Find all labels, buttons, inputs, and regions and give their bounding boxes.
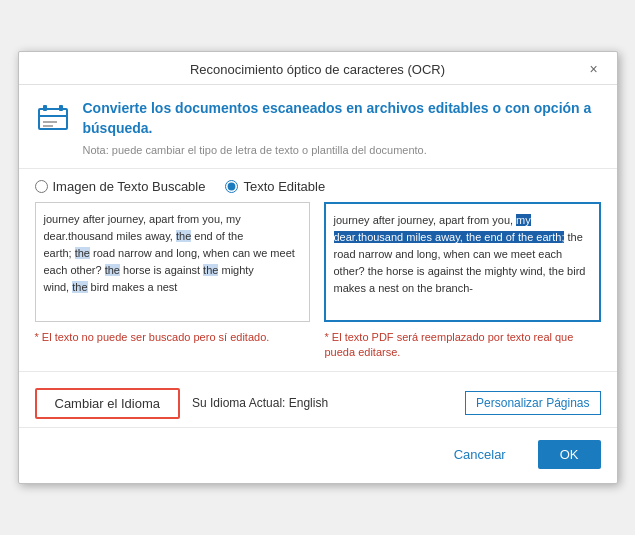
dialog-title: Reconocimiento óptico de caracteres (OCR… [51,62,585,77]
header-section: Convierte los documentos escaneados en a… [19,85,617,169]
change-language-button[interactable]: Cambiar el Idioma [35,388,181,419]
option-editable-label: Texto Editable [243,179,325,194]
header-subtitle: Nota: puede cambiar el tipo de letra de … [83,143,601,158]
preview-left-text: journey after journey, apart from you, m… [44,211,301,296]
highlight-the-2: the [75,247,90,259]
cancel-button[interactable]: Cancelar [432,440,528,469]
svg-rect-5 [43,125,53,127]
current-lang-value: English [289,396,328,410]
ocr-dialog: Reconocimiento óptico de caracteres (OCR… [18,51,618,483]
preview-left: journey after journey, apart from you, m… [35,202,310,322]
option-searchable-image[interactable]: Imagen de Texto Buscable [35,179,206,194]
svg-rect-3 [59,105,63,111]
preview-right-text: journey after journey, apart from you, m… [334,212,591,297]
option-searchable-label: Imagen de Texto Buscable [53,179,206,194]
highlight-the-5: the [72,281,87,293]
scanner-icon [35,101,71,137]
footer-row: Cancelar OK [19,427,617,483]
language-row: Cambiar el Idioma Su Idioma Actual: Engl… [19,382,617,423]
option-editable-text[interactable]: Texto Editable [225,179,325,194]
customize-pages-link[interactable]: Personalizar Páginas [465,391,600,415]
highlight-the-3: the [105,264,120,276]
svg-rect-2 [43,105,47,111]
highlight-block: my dear.thousand miles away, the end of … [334,214,565,243]
header-main-text: Convierte los documentos escaneados en a… [83,99,601,138]
close-button[interactable]: × [585,60,603,78]
current-lang-prefix: Su Idioma Actual: [192,396,285,410]
svg-rect-4 [43,121,57,123]
highlight-the-1: the [176,230,191,242]
current-language-label: Su Idioma Actual: English [192,396,328,410]
title-bar: Reconocimiento óptico de caracteres (OCR… [19,52,617,85]
previews-row: journey after journey, apart from you, m… [19,202,617,330]
notes-row: * El texto no puede ser buscado pero sí … [19,330,617,371]
note-left: * El texto no puede ser buscado pero sí … [35,330,311,361]
radio-editable[interactable] [225,180,238,193]
divider [19,371,617,372]
ok-button[interactable]: OK [538,440,601,469]
header-text-block: Convierte los documentos escaneados en a… [83,99,601,158]
preview-right: journey after journey, apart from you, m… [324,202,601,322]
svg-rect-1 [39,115,67,117]
radio-searchable[interactable] [35,180,48,193]
options-row: Imagen de Texto Buscable Texto Editable [19,169,617,202]
note-right: * El texto PDF será reemplazado por text… [325,330,601,361]
highlight-the-4: the [203,264,218,276]
